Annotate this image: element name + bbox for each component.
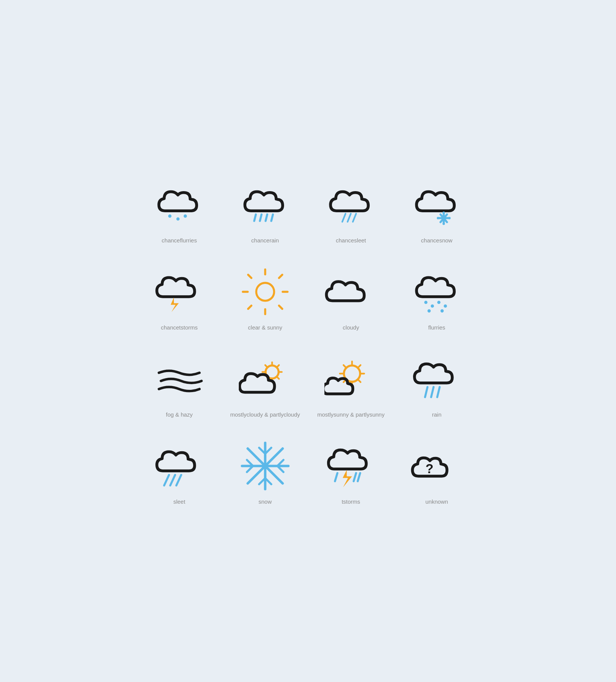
svg-point-19 (256, 283, 274, 300)
fog-hazy-icon (153, 352, 206, 405)
svg-line-26 (279, 274, 282, 278)
flurries-icon (410, 265, 463, 318)
svg-line-71 (335, 473, 337, 481)
svg-point-28 (424, 300, 427, 304)
svg-line-72 (358, 473, 360, 481)
sleet-label: sleet (173, 498, 185, 506)
clear-sunny-icon (239, 265, 292, 318)
weather-item-clear-sunny: clear & sunny (224, 258, 306, 337)
svg-point-33 (427, 309, 431, 313)
svg-point-0 (168, 214, 172, 218)
svg-line-49 (358, 365, 361, 368)
svg-point-29 (431, 304, 434, 308)
svg-point-1 (177, 217, 180, 221)
mostlycloudy-label: mostlycloudy & partlycloudy (230, 411, 300, 418)
svg-line-51 (425, 387, 427, 397)
weather-item-chanceflurries: chanceflurries (138, 171, 221, 250)
svg-line-54 (164, 475, 169, 485)
weather-item-chancesleet: chancesleet (310, 171, 392, 250)
svg-line-5 (266, 214, 267, 221)
svg-line-53 (437, 387, 439, 397)
weather-item-flurries: flurries (396, 258, 478, 337)
svg-line-9 (353, 213, 356, 222)
chancesnow-label: chancesnow (421, 236, 452, 244)
sleet-icon (153, 440, 206, 492)
svg-line-56 (177, 475, 181, 485)
weather-item-chancesnow: chancesnow (396, 171, 478, 250)
mostlysunny-label: mostlysunny & partlysunny (317, 411, 384, 418)
svg-line-4 (260, 214, 261, 221)
cloudy-label: cloudy (343, 323, 359, 331)
unknown-label: unknown (426, 498, 448, 506)
fog-hazy-label: fog & hazy (166, 411, 193, 418)
svg-line-8 (348, 213, 351, 222)
clear-sunny-label: clear & sunny (248, 323, 282, 331)
weather-item-mostlycloudy: mostlycloudy & partlycloudy (224, 345, 306, 425)
svg-line-52 (431, 387, 433, 397)
svg-point-31 (444, 304, 447, 308)
svg-marker-70 (343, 470, 352, 487)
svg-line-40 (277, 376, 279, 379)
chancerain-icon (239, 178, 292, 231)
chancerain-label: chancerain (251, 236, 279, 244)
weather-item-chancetstorms: chancetstorms (138, 258, 221, 337)
snow-label: snow (258, 498, 272, 506)
svg-line-24 (248, 274, 252, 278)
weather-item-snow: snow (224, 432, 306, 512)
svg-line-25 (279, 305, 282, 309)
svg-point-17 (448, 217, 450, 219)
tstorms-icon (324, 440, 377, 492)
svg-point-2 (184, 214, 187, 218)
svg-line-73 (354, 473, 356, 481)
svg-line-47 (344, 365, 347, 368)
weather-item-chancerain: chancerain (224, 171, 306, 250)
weather-grid: chanceflurries chancerain (138, 171, 478, 512)
flurries-label: flurries (428, 323, 445, 331)
svg-text:?: ? (426, 461, 433, 476)
svg-line-41 (277, 365, 279, 367)
svg-point-14 (442, 211, 445, 214)
chanceflurries-label: chanceflurries (162, 236, 197, 244)
svg-line-39 (265, 365, 267, 367)
rain-label: rain (432, 411, 441, 418)
weather-item-mostlysunny: mostlysunny & partlysunny (310, 345, 392, 425)
svg-point-16 (437, 217, 439, 219)
svg-line-6 (271, 214, 273, 221)
svg-line-48 (358, 379, 361, 382)
svg-marker-18 (171, 297, 179, 312)
chancesleet-label: chancesleet (336, 236, 366, 244)
svg-line-3 (254, 214, 256, 221)
weather-item-cloudy: cloudy (310, 258, 392, 337)
chancetstorms-icon (153, 265, 206, 318)
svg-point-30 (437, 300, 441, 304)
snow-icon (239, 440, 292, 492)
mostlycloudy-icon (239, 352, 292, 405)
chancetstorms-label: chancetstorms (161, 323, 198, 331)
chancesleet-icon (324, 178, 377, 231)
tstorms-label: tstorms (342, 498, 360, 506)
weather-item-unknown: ? unknown (396, 432, 478, 512)
svg-point-32 (440, 309, 444, 313)
svg-point-69 (262, 463, 268, 469)
mostlysunny-icon (324, 352, 377, 405)
svg-line-7 (343, 213, 346, 222)
svg-point-15 (442, 222, 445, 225)
cloudy-icon (324, 265, 377, 318)
weather-item-sleet: sleet (138, 432, 221, 512)
unknown-icon: ? (410, 440, 463, 492)
chanceflurries-icon (153, 178, 206, 231)
svg-line-55 (171, 475, 175, 485)
chancesnow-icon (410, 178, 463, 231)
weather-item-fog-hazy: fog & hazy (138, 345, 221, 425)
svg-line-27 (248, 305, 252, 309)
weather-item-rain: rain (396, 345, 478, 425)
rain-icon (410, 352, 463, 405)
weather-item-tstorms: tstorms (310, 432, 392, 512)
